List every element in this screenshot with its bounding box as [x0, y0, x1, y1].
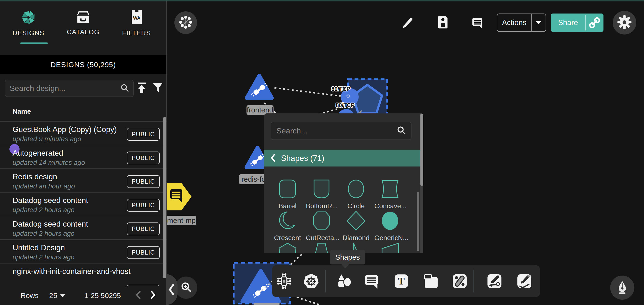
caret-down-icon [60, 294, 65, 297]
shape-label: Diamond [340, 234, 372, 242]
tab-catalog[interactable]: CATALOG [60, 10, 106, 44]
design-name: Datadog seed content [12, 196, 88, 205]
svg-text:WA: WA [133, 16, 140, 21]
design-search-input[interactable] [9, 84, 120, 93]
pagination-range: 1-25 50295 [84, 291, 121, 300]
tab-designs-label: DESIGNS [12, 30, 44, 37]
shapes-category-header[interactable]: Shapes (71) [264, 150, 420, 166]
sidebar-scrollbar[interactable] [163, 117, 166, 278]
tooltip-arrow [341, 264, 349, 268]
settings-button[interactable] [613, 11, 636, 35]
shape-item-bottomround[interactable]: BottomR... [306, 178, 337, 210]
publish-upload-icon[interactable] [137, 82, 147, 96]
design-row[interactable]: Datadog seed content updated 2 hours ago… [0, 216, 166, 240]
note-tool-icon[interactable] [422, 272, 441, 290]
design-name: Autogenerated [12, 149, 63, 158]
filter-funnel-icon[interactable] [152, 83, 163, 95]
tab-catalog-label: CATALOG [67, 29, 100, 36]
rows-per-page-value: 25 [49, 291, 57, 300]
shapes-list-scrollbar[interactable] [417, 192, 419, 251]
design-row[interactable]: Redis design updated an hour ago PUBLIC [0, 168, 166, 193]
visualize-cluster-button[interactable] [174, 11, 197, 34]
shape-item-cutrectangle[interactable]: CutRecta... [306, 210, 337, 242]
cluster-dots-icon [179, 15, 193, 30]
design-row[interactable]: GuestBook App (Copy) (Copy) updated 9 mi… [0, 121, 166, 145]
shape-label: Barrel [272, 202, 303, 210]
shape-item-partial[interactable] [374, 242, 406, 253]
design-updated: updated 2 hours ago [12, 230, 74, 237]
panel-scrollbar[interactable] [420, 113, 423, 186]
shape-item-barrel[interactable]: Barrel [272, 178, 303, 210]
active-tab-underline [20, 43, 48, 44]
design-updated: updated an hour ago [12, 182, 75, 190]
node-frontend[interactable] [244, 73, 274, 102]
shape-label: Concave... [374, 202, 406, 210]
edge-port-label: 80/TCP [336, 102, 354, 109]
comment-icon[interactable] [471, 17, 484, 30]
shape-item-crescent[interactable]: Crescent [272, 210, 303, 242]
column-header-name: Name [12, 108, 31, 115]
back-chevron-icon[interactable] [270, 154, 276, 163]
shape-label: Crescent [272, 234, 303, 242]
next-page-button[interactable] [149, 290, 157, 301]
sidebar-collapse-handle[interactable] [166, 274, 178, 305]
text-tool-icon[interactable]: T [392, 272, 411, 290]
toolbar-divider [474, 270, 474, 292]
actions-dropdown-toggle[interactable] [532, 14, 546, 31]
shapes-search-box [270, 122, 412, 140]
share-button[interactable]: Share [551, 14, 604, 32]
tab-designs[interactable]: DESIGNS [6, 10, 52, 44]
tab-filters[interactable]: WA FILTERS [114, 10, 160, 44]
meshery-playground: DESIGNS CATALOG WA [0, 0, 644, 305]
shape-label: Circle [340, 202, 372, 210]
design-row[interactable]: Untitled Design updated 2 hours ago PUBL… [0, 239, 166, 263]
node-comment-yellow[interactable] [166, 183, 192, 211]
shape-item-concave[interactable]: Concave... [374, 178, 406, 210]
zoom-in-button[interactable] [175, 276, 197, 299]
actions-button[interactable]: Actions [497, 14, 546, 32]
copy-link-icon[interactable] [586, 14, 604, 32]
kubernetes-icon[interactable] [302, 272, 320, 290]
shape-label: GenericN... [374, 234, 406, 242]
comment-tool-icon[interactable] [362, 272, 381, 290]
shapes-tool-icon[interactable] [334, 272, 353, 290]
freehand-draw-tool-icon[interactable] [515, 272, 534, 290]
design-updated: updated 14 minutes ago [12, 159, 85, 166]
zoom-in-icon [180, 281, 192, 294]
link-tool-icon[interactable] [450, 272, 469, 290]
edit-pencil-icon[interactable] [401, 17, 414, 30]
shape-item-partial[interactable] [272, 242, 303, 253]
components-chip-icon[interactable] [275, 272, 294, 290]
sidebar: DESIGNS CATALOG WA [0, 0, 167, 305]
shapes-category-title: Shapes (71) [281, 154, 324, 163]
toolbar-divider [326, 270, 326, 292]
search-icon [396, 125, 406, 136]
node-pentagon-selected[interactable] [336, 77, 390, 117]
edge-port-label: 80/TCP [332, 86, 350, 92]
visibility-badge: PUBLIC [127, 152, 160, 164]
sidebar-header: DESIGNS (50,295) [0, 55, 166, 74]
tooltip: Shapes [330, 250, 365, 264]
design-updated: updated 9 minutes ago [12, 135, 81, 143]
save-icon[interactable] [437, 16, 449, 30]
design-row[interactable]: Autogenerated updated 14 minutes ago PUB… [0, 145, 166, 169]
shapes-search-input[interactable] [276, 126, 396, 136]
shape-item-diamond[interactable]: Diamond [340, 210, 372, 242]
shape-label: CutRecta... [306, 234, 337, 242]
edge-pen-tool-icon[interactable] [485, 272, 504, 290]
visibility-badge: PUBLIC [127, 199, 160, 212]
previous-page-button[interactable] [134, 290, 142, 301]
design-name: Datadog seed content [12, 220, 88, 228]
design-updated: updated 2 hours ago [12, 206, 74, 214]
visibility-badge: PUBLIC [127, 175, 160, 188]
design-row[interactable]: Datadog seed content updated 2 hours ago… [0, 192, 166, 216]
shape-item-genericnode[interactable]: GenericN... [374, 210, 406, 242]
pagination-bar: Rows 25 1-25 50295 [0, 286, 166, 305]
pen-nib-button[interactable] [610, 275, 634, 300]
design-updated: updated 2 hours ago [12, 253, 74, 261]
wasm-filter-icon: WA [129, 10, 144, 26]
tab-filters-label: FILTERS [122, 30, 151, 37]
rows-per-page-select[interactable]: 25 [49, 291, 65, 300]
shape-item-circle[interactable]: Circle [340, 178, 372, 210]
catalog-archive-icon [76, 10, 90, 25]
